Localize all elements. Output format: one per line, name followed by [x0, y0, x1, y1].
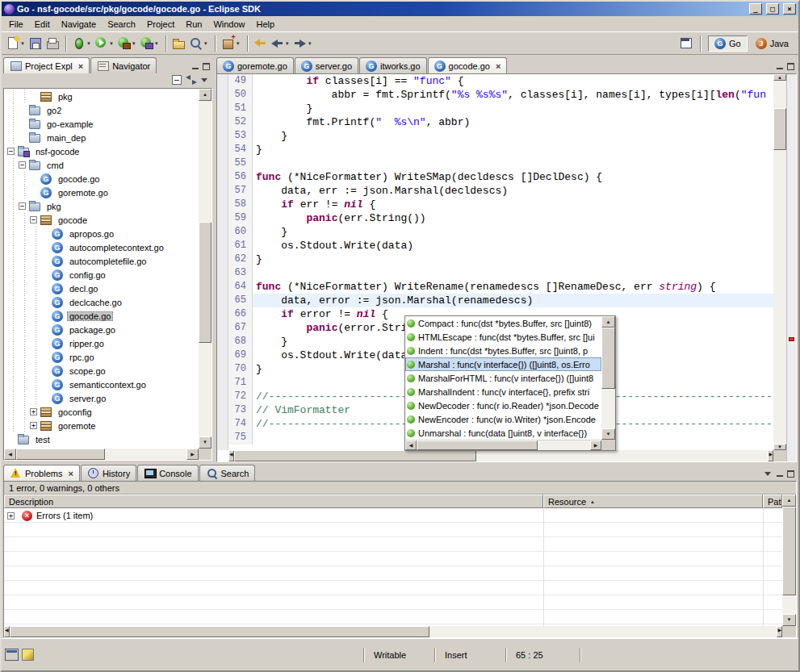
dropdown-caret-icon[interactable]: ▼ [203, 41, 208, 46]
scrollbar-track[interactable] [199, 343, 212, 436]
autocomplete-hscrollbar-thumb[interactable] [417, 440, 538, 450]
menu-item-search[interactable]: Search [102, 18, 141, 31]
dropdown-caret-icon[interactable]: ▼ [20, 41, 25, 46]
problems-tab-problems[interactable]: Problems× [3, 465, 80, 481]
autocomplete-scrollbar-thumb[interactable] [601, 328, 615, 389]
code-line[interactable]: 52 fmt.Printf(" %s\n", abbr) [228, 115, 773, 129]
maximize-button[interactable]: □ [766, 3, 779, 15]
view-menu-icon[interactable] [201, 78, 207, 82]
scroll-left-icon[interactable]: ◀ [4, 626, 10, 637]
code-line[interactable]: 53 } [228, 129, 773, 143]
autocomplete-item[interactable]: Unmarshal : func(data []uint8, v interfa… [405, 426, 601, 440]
editor-scrollbar-thumb[interactable] [773, 108, 786, 150]
annotation-icon[interactable] [22, 649, 34, 661]
minimize-editor-icon[interactable] [776, 63, 784, 70]
tree-item[interactable]: −pkg [4, 199, 199, 213]
scroll-left-icon[interactable]: ◀ [4, 449, 16, 460]
tree-item[interactable]: autocompletefile.go [4, 254, 199, 268]
scrollbar-track[interactable] [538, 440, 590, 450]
editor-tab-itworks-go[interactable]: itworks.go [359, 57, 427, 73]
maximize-editor-icon[interactable] [787, 63, 794, 70]
dropdown-caret-icon[interactable]: ▼ [154, 41, 159, 46]
tree-item[interactable]: declcache.go [4, 295, 199, 309]
dropdown-caret-icon[interactable]: ▼ [132, 41, 136, 46]
tree-item[interactable]: scope.go [4, 364, 199, 378]
debug-button[interactable]: ▼ [71, 35, 92, 51]
tree-item[interactable]: gocode.go [4, 172, 199, 186]
tree-item[interactable]: test [4, 432, 199, 446]
autocomplete-item[interactable]: HTMLEscape : func(dst *bytes.Buffer, src… [405, 330, 601, 344]
close-icon[interactable]: × [496, 61, 501, 71]
code-line[interactable]: 65 data, error := json.Marshal(renamedes… [228, 294, 773, 307]
tree-item[interactable]: rpc.go [4, 350, 199, 364]
tree-item[interactable]: semanticcontext.go [4, 378, 199, 391]
annotation-ruler[interactable] [217, 74, 228, 450]
dropdown-caret-icon[interactable]: ▼ [236, 41, 241, 46]
tree-item[interactable]: go2 [4, 103, 199, 117]
view-menu-icon[interactable] [764, 472, 771, 476]
tree-expander-icon[interactable]: − [30, 216, 37, 223]
open-perspective-icon[interactable] [680, 36, 693, 50]
open-resource-button[interactable] [171, 35, 186, 51]
problems-row[interactable]: +×Errors (1 item) [4, 508, 782, 523]
tree-item[interactable]: −gocode [4, 213, 199, 227]
autocomplete-vertical-scrollbar[interactable]: ▲ ▼ [601, 316, 615, 440]
print-button[interactable] [44, 35, 60, 51]
menu-item-window[interactable]: Window [207, 18, 250, 31]
editor-vertical-scrollbar[interactable]: ▲ ▼ [773, 74, 786, 450]
run-button[interactable]: ▼ [94, 35, 115, 51]
scrollbar-track[interactable] [601, 389, 615, 428]
scroll-left-icon[interactable]: ◀ [228, 450, 234, 461]
dropdown-caret-icon[interactable]: ▼ [285, 41, 290, 46]
menu-item-edit[interactable]: Edit [29, 18, 56, 31]
scroll-left-icon[interactable]: ◀ [405, 440, 417, 450]
tree-expander-icon[interactable]: + [30, 408, 37, 415]
problems-tab-search[interactable]: Search [199, 465, 256, 481]
column-header-description[interactable]: Description [4, 495, 543, 508]
maximize-view-icon[interactable] [787, 470, 794, 478]
tree-expander-icon[interactable]: + [30, 422, 37, 429]
close-button[interactable]: × [783, 3, 796, 15]
minimize-view-icon[interactable] [191, 63, 199, 70]
tree-item[interactable]: −nsf-gocode [4, 144, 199, 158]
tree-hscrollbar-thumb[interactable] [16, 449, 105, 460]
error-marker[interactable] [789, 337, 794, 341]
menu-item-help[interactable]: Help [251, 18, 281, 31]
editor-tab-server-go[interactable]: server.go [295, 57, 358, 73]
code-line[interactable]: 61 os.Stdout.Write(data) [228, 239, 773, 253]
code-line[interactable]: 56func (*NiceFormatter) WriteSMap(declde… [228, 170, 773, 184]
last-edit-location-button[interactable] [253, 35, 268, 51]
column-header-path[interactable]: Path [763, 495, 782, 508]
editor-hscrollbar-thumb[interactable] [234, 450, 476, 461]
tree-item[interactable]: server.go [4, 391, 199, 405]
autocomplete-item[interactable]: Compact : func(dst *bytes.Buffer, src []… [405, 316, 601, 330]
autocomplete-item[interactable]: NewEncoder : func(w io.Writer) *json.Enc… [405, 412, 601, 426]
code-line[interactable]: 62} [228, 253, 773, 266]
problems-hscrollbar-thumb[interactable] [10, 626, 429, 637]
scroll-up-icon[interactable]: ▲ [199, 89, 212, 101]
autocomplete-item[interactable]: Indent : func(dst *bytes.Buffer, src []u… [405, 344, 601, 357]
scroll-right-icon[interactable]: ▶ [186, 449, 199, 460]
scroll-up-icon[interactable]: ▲ [782, 495, 796, 507]
autocomplete-item[interactable]: MarshalForHTML : func(v interface{}) ([]… [405, 371, 601, 385]
forward-button[interactable]: ▼ [292, 35, 313, 51]
menu-item-navigate[interactable]: Navigate [56, 18, 102, 31]
tree-item[interactable]: +goconfig [4, 405, 199, 419]
scrollbar-track[interactable] [105, 449, 186, 460]
tree-expander-icon[interactable]: − [19, 202, 26, 210]
tree-item[interactable]: ripper.go [4, 336, 199, 350]
scroll-right-icon[interactable]: ▶ [590, 440, 601, 450]
titlebar[interactable]: Go - nsf-gocode/src/pkg/gocode/gocode.go… [2, 2, 798, 16]
tree-item[interactable]: +goremote [4, 419, 199, 432]
profile-button[interactable]: ▼ [139, 35, 160, 51]
scrollbar-track[interactable] [773, 150, 786, 444]
problems-vertical-scrollbar[interactable]: ▲ ▼ [782, 495, 796, 626]
editor-tab-gocode-go[interactable]: gocode.go× [428, 57, 508, 73]
fast-view-icon[interactable] [5, 649, 19, 661]
explorer-tab-navigator[interactable]: Navigator [90, 57, 157, 73]
code-line[interactable]: 58 if err != nil { [228, 198, 773, 211]
tree-item[interactable]: autocompletecontext.go [4, 240, 199, 254]
tree-scrollbar-thumb[interactable] [199, 222, 212, 343]
tree-item[interactable]: package.go [4, 323, 199, 336]
tree-item[interactable]: go-example [4, 117, 199, 131]
